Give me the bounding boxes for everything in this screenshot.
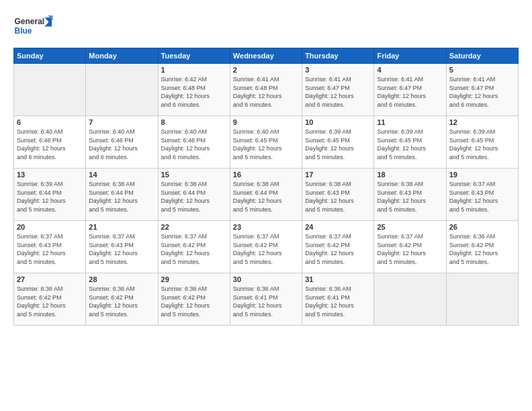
day-info: Sunrise: 6:37 AM Sunset: 6:42 PM Dayligh… [233,232,299,266]
calendar-day-cell: 17Sunrise: 6:38 AM Sunset: 6:43 PM Dayli… [302,169,374,221]
day-number: 4 [377,66,443,74]
logo: General Blue [13,12,54,42]
calendar-day-cell: 6Sunrise: 6:40 AM Sunset: 6:46 PM Daylig… [14,116,86,169]
calendar-day-cell: 2Sunrise: 6:41 AM Sunset: 6:48 PM Daylig… [230,64,302,116]
day-info: Sunrise: 6:40 AM Sunset: 6:46 PM Dayligh… [161,128,227,161]
day-number: 5 [449,66,515,74]
day-info: Sunrise: 6:40 AM Sunset: 6:46 PM Dayligh… [89,128,154,161]
calendar-day-cell: 30Sunrise: 6:36 AM Sunset: 6:41 PM Dayli… [230,273,302,326]
calendar-day-cell: 25Sunrise: 6:37 AM Sunset: 6:42 PM Dayli… [374,221,446,273]
day-info: Sunrise: 6:40 AM Sunset: 6:46 PM Dayligh… [17,128,83,161]
day-info: Sunrise: 6:39 AM Sunset: 6:44 PM Dayligh… [17,180,83,214]
header: General Blue [13,12,519,42]
day-info: Sunrise: 6:36 AM Sunset: 6:42 PM Dayligh… [89,285,154,318]
day-number: 27 [17,275,83,283]
day-info: Sunrise: 6:38 AM Sunset: 6:44 PM Dayligh… [89,180,154,214]
weekday-header: Wednesday [230,48,302,64]
day-info: Sunrise: 6:41 AM Sunset: 6:47 PM Dayligh… [377,75,443,109]
day-number: 19 [449,171,515,179]
day-number: 6 [17,118,83,126]
day-info: Sunrise: 6:39 AM Sunset: 6:45 PM Dayligh… [449,128,515,161]
day-number: 12 [449,118,515,126]
day-info: Sunrise: 6:39 AM Sunset: 6:45 PM Dayligh… [305,128,371,161]
day-info: Sunrise: 6:36 AM Sunset: 6:41 PM Dayligh… [305,285,371,318]
day-number: 30 [233,275,299,283]
calendar-day-cell: 26Sunrise: 6:36 AM Sunset: 6:42 PM Dayli… [446,221,518,273]
calendar-day-cell: 18Sunrise: 6:38 AM Sunset: 6:43 PM Dayli… [374,169,446,221]
calendar-day-cell: 9Sunrise: 6:40 AM Sunset: 6:45 PM Daylig… [230,116,302,169]
weekday-header: Saturday [446,48,518,64]
day-number: 16 [233,171,299,179]
page: General Blue SundayMondayTuesdayWednesda… [0,0,532,411]
calendar-day-cell: 8Sunrise: 6:40 AM Sunset: 6:46 PM Daylig… [158,116,230,169]
day-number: 31 [305,275,371,283]
day-info: Sunrise: 6:37 AM Sunset: 6:43 PM Dayligh… [17,232,83,266]
calendar-day-cell: 1Sunrise: 6:42 AM Sunset: 6:48 PM Daylig… [158,64,230,116]
calendar-week-row: 6Sunrise: 6:40 AM Sunset: 6:46 PM Daylig… [14,116,519,169]
svg-text:Blue: Blue [15,26,32,36]
day-number: 25 [377,223,443,231]
calendar-header-row: SundayMondayTuesdayWednesdayThursdayFrid… [14,48,519,64]
day-info: Sunrise: 6:38 AM Sunset: 6:43 PM Dayligh… [305,180,371,214]
day-info: Sunrise: 6:37 AM Sunset: 6:42 PM Dayligh… [305,232,371,266]
weekday-header: Thursday [302,48,374,64]
day-number: 24 [305,223,371,231]
day-number: 13 [17,171,83,179]
calendar-day-cell: 31Sunrise: 6:36 AM Sunset: 6:41 PM Dayli… [302,273,374,326]
calendar-day-cell: 22Sunrise: 6:37 AM Sunset: 6:42 PM Dayli… [158,221,230,273]
calendar-day-cell: 15Sunrise: 6:38 AM Sunset: 6:44 PM Dayli… [158,169,230,221]
calendar-day-cell: 27Sunrise: 6:36 AM Sunset: 6:42 PM Dayli… [14,273,86,326]
day-number: 26 [449,223,515,231]
calendar-day-cell: 3Sunrise: 6:41 AM Sunset: 6:47 PM Daylig… [302,64,374,116]
day-info: Sunrise: 6:39 AM Sunset: 6:45 PM Dayligh… [377,128,443,161]
day-number: 23 [233,223,299,231]
calendar-day-cell: 20Sunrise: 6:37 AM Sunset: 6:43 PM Dayli… [14,221,86,273]
day-number: 21 [89,223,154,231]
svg-text:General: General [15,17,45,26]
calendar-week-row: 1Sunrise: 6:42 AM Sunset: 6:48 PM Daylig… [14,64,519,116]
logo-svg: General Blue [13,12,54,42]
day-number: 8 [161,118,227,126]
weekday-header: Sunday [14,48,86,64]
day-info: Sunrise: 6:37 AM Sunset: 6:43 PM Dayligh… [89,232,154,266]
day-number: 11 [377,118,443,126]
day-info: Sunrise: 6:40 AM Sunset: 6:45 PM Dayligh… [233,128,299,161]
calendar-week-row: 20Sunrise: 6:37 AM Sunset: 6:43 PM Dayli… [14,221,519,273]
calendar-day-cell: 14Sunrise: 6:38 AM Sunset: 6:44 PM Dayli… [86,169,158,221]
calendar-day-cell: 21Sunrise: 6:37 AM Sunset: 6:43 PM Dayli… [86,221,158,273]
day-number: 22 [161,223,227,231]
calendar-day-cell: 12Sunrise: 6:39 AM Sunset: 6:45 PM Dayli… [446,116,518,169]
day-info: Sunrise: 6:41 AM Sunset: 6:47 PM Dayligh… [449,75,515,109]
day-number: 1 [161,66,227,74]
day-number: 20 [17,223,83,231]
calendar-day-cell: 13Sunrise: 6:39 AM Sunset: 6:44 PM Dayli… [14,169,86,221]
day-number: 29 [161,275,227,283]
day-info: Sunrise: 6:36 AM Sunset: 6:42 PM Dayligh… [161,285,227,318]
weekday-header: Monday [86,48,158,64]
calendar-day-cell: 7Sunrise: 6:40 AM Sunset: 6:46 PM Daylig… [86,116,158,169]
day-info: Sunrise: 6:42 AM Sunset: 6:48 PM Dayligh… [161,75,227,109]
weekday-header: Tuesday [158,48,230,64]
weekday-header: Friday [374,48,446,64]
calendar-day-cell: 24Sunrise: 6:37 AM Sunset: 6:42 PM Dayli… [302,221,374,273]
day-number: 7 [89,118,154,126]
day-number: 3 [305,66,371,74]
calendar-day-cell [14,64,86,116]
calendar-day-cell: 4Sunrise: 6:41 AM Sunset: 6:47 PM Daylig… [374,64,446,116]
day-info: Sunrise: 6:36 AM Sunset: 6:42 PM Dayligh… [449,232,515,266]
day-info: Sunrise: 6:36 AM Sunset: 6:42 PM Dayligh… [17,285,83,318]
day-info: Sunrise: 6:37 AM Sunset: 6:43 PM Dayligh… [449,180,515,214]
day-info: Sunrise: 6:38 AM Sunset: 6:44 PM Dayligh… [161,180,227,214]
day-number: 9 [233,118,299,126]
calendar-day-cell [374,273,446,326]
calendar: SundayMondayTuesdayWednesdayThursdayFrid… [13,48,519,326]
day-number: 17 [305,171,371,179]
calendar-day-cell: 16Sunrise: 6:38 AM Sunset: 6:44 PM Dayli… [230,169,302,221]
day-number: 18 [377,171,443,179]
calendar-day-cell: 10Sunrise: 6:39 AM Sunset: 6:45 PM Dayli… [302,116,374,169]
calendar-week-row: 13Sunrise: 6:39 AM Sunset: 6:44 PM Dayli… [14,169,519,221]
day-info: Sunrise: 6:41 AM Sunset: 6:48 PM Dayligh… [233,75,299,109]
calendar-day-cell: 5Sunrise: 6:41 AM Sunset: 6:47 PM Daylig… [446,64,518,116]
calendar-day-cell: 11Sunrise: 6:39 AM Sunset: 6:45 PM Dayli… [374,116,446,169]
day-number: 10 [305,118,371,126]
